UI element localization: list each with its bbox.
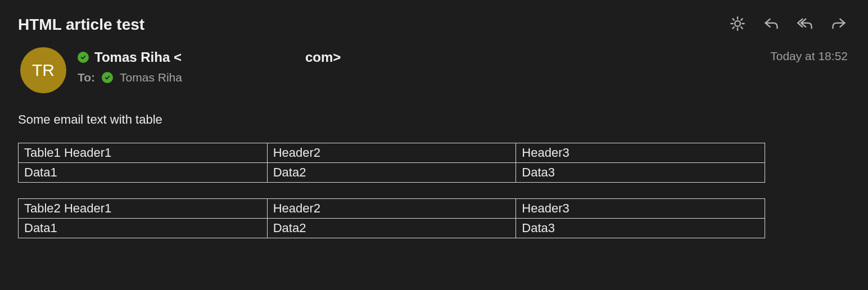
table-row: Table2 Header1 Header2 Header3	[19, 199, 765, 219]
sender-block: TR Tomas Riha < com> To: Tomas Riha	[20, 47, 341, 93]
reply-all-button[interactable]	[796, 16, 814, 34]
svg-line-5	[733, 19, 734, 20]
table-header-cell: Table2 Header1	[19, 199, 268, 219]
svg-line-7	[733, 27, 734, 28]
to-line: To: Tomas Riha	[78, 71, 341, 84]
avatar: TR	[20, 47, 66, 93]
svg-line-6	[741, 27, 742, 28]
table-cell: Data3	[516, 163, 765, 183]
table-cell: Data3	[516, 219, 765, 238]
message-toolbar	[729, 16, 848, 34]
body-text: Some email text with table	[18, 112, 848, 127]
table-header-cell: Table1 Header1	[19, 143, 268, 163]
table-cell: Data2	[267, 163, 516, 183]
toggle-theme-button[interactable]	[729, 16, 747, 34]
reply-button[interactable]	[762, 16, 780, 34]
message-header: HTML article test	[0, 0, 868, 34]
table-cell: Data1	[19, 163, 268, 183]
timestamp: Today at 18:52	[770, 47, 848, 63]
message-body: Some email text with table Table1 Header…	[0, 93, 868, 238]
verified-icon	[102, 72, 113, 83]
table-header-cell: Header3	[516, 143, 765, 163]
from-line: Tomas Riha < com>	[78, 49, 341, 65]
table-header-cell: Header3	[516, 199, 765, 219]
verified-icon	[78, 52, 89, 63]
meta-lines: Tomas Riha < com> To: Tomas Riha	[78, 47, 341, 93]
svg-line-8	[741, 19, 742, 20]
to-label: To:	[78, 71, 95, 84]
to-name: Tomas Riha	[120, 71, 182, 84]
svg-point-0	[735, 21, 740, 26]
table-row: Table1 Header1 Header2 Header3	[19, 143, 765, 163]
reply-all-icon	[797, 16, 813, 34]
table-cell: Data1	[19, 219, 268, 238]
message-meta: TR Tomas Riha < com> To: Tomas Riha Toda…	[0, 34, 868, 93]
subject-title: HTML article test	[18, 16, 144, 34]
table-row: Data1 Data2 Data3	[19, 219, 765, 238]
table-2: Table2 Header1 Header2 Header3 Data1 Dat…	[18, 198, 765, 238]
from-suffix: com>	[305, 49, 341, 65]
forward-icon	[831, 16, 847, 34]
reply-icon	[763, 16, 779, 34]
table-1: Table1 Header1 Header2 Header3 Data1 Dat…	[18, 143, 765, 183]
sun-icon	[730, 16, 745, 34]
avatar-initials: TR	[32, 61, 55, 80]
table-header-cell: Header2	[267, 143, 516, 163]
table-cell: Data2	[267, 219, 516, 238]
table-row: Data1 Data2 Data3	[19, 163, 765, 183]
table-header-cell: Header2	[267, 199, 516, 219]
from-name: Tomas Riha <	[94, 49, 182, 65]
forward-button[interactable]	[830, 16, 848, 34]
